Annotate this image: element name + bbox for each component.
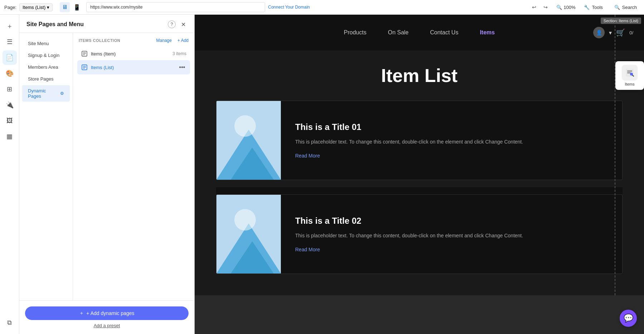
sidebar-icons: ＋ ☰ 📄 🎨 ⊞ 🔌 🖼 ▦ ⧉: [0, 15, 19, 334]
sidebar-menu-icon[interactable]: ☰: [3, 35, 17, 49]
item-title-1: This is a Title 01: [295, 122, 608, 132]
url-bar: Connect Your Domain: [86, 2, 525, 12]
add-preset-link[interactable]: Add a preset: [94, 323, 120, 328]
svg-rect-16: [627, 72, 631, 73]
tools-icon: 🔧: [584, 5, 590, 10]
nav-item-store-pages[interactable]: Store Pages: [22, 73, 70, 84]
section-collection-label: ITEMS COLLECTION: [79, 38, 120, 43]
items-widget[interactable]: Items: [615, 61, 644, 90]
sidebar-media-icon[interactable]: 🖼: [3, 113, 17, 128]
sidebar-add-icon[interactable]: ＋: [3, 19, 17, 33]
zoom-control[interactable]: 🔍 100%: [556, 5, 575, 10]
read-more-link-2[interactable]: Read More: [295, 247, 320, 252]
nav-item-members-area[interactable]: Members Area: [22, 62, 70, 73]
item-description-2: This is placeholder text. To change this…: [295, 232, 608, 239]
nav-item-signup-login[interactable]: Signup & Login: [22, 50, 70, 61]
item-card-2: This is a Title 02 This is placeholder t…: [216, 194, 623, 274]
site-navigation: Products On Sale Contact Us Items 👤 ▾ 🛒 …: [195, 15, 644, 50]
main-layout: ＋ ☰ 📄 🎨 ⊞ 🔌 🖼 ▦ ⧉ Site Pages and Menu ? …: [0, 15, 644, 334]
cart-count: 0/: [629, 30, 633, 35]
sidebar-grid-icon[interactable]: ⊞: [3, 82, 17, 96]
sidebar-plugins-icon[interactable]: 🔌: [3, 98, 17, 112]
avatar[interactable]: 👤: [593, 27, 605, 38]
undo-redo: ↩ ↪: [529, 2, 551, 12]
cart-icon[interactable]: 🛒: [616, 28, 625, 37]
nav-link-contact-us[interactable]: Contact Us: [430, 29, 458, 36]
add-dynamic-pages-button[interactable]: ＋ + Add dynamic pages: [25, 306, 189, 320]
section-badge: Section: Items (List): [601, 18, 641, 24]
site-canvas: Products On Sale Contact Us Items 👤 ▾ 🛒 …: [195, 15, 644, 334]
page-dropdown[interactable]: Items (List) ▾: [19, 3, 53, 11]
search-label: Search: [622, 5, 637, 10]
chevron-down-icon: ▾: [609, 29, 612, 36]
panel-title: Site Pages and Menu: [26, 21, 84, 28]
page-item-name: Items (Item): [91, 51, 170, 57]
add-link[interactable]: + Add: [177, 38, 189, 43]
page-item-more-button[interactable]: •••: [178, 63, 186, 72]
mobile-icon[interactable]: 📱: [72, 2, 82, 12]
nav-right: 👤 ▾ 🛒 0/: [593, 27, 633, 38]
page-item-icon: [81, 64, 88, 71]
device-switcher: 🖥 📱: [60, 2, 82, 12]
sidebar-design-icon[interactable]: 🎨: [3, 66, 17, 81]
items-widget-icon: [622, 65, 638, 81]
site-content: Item List This is a Title 01: [195, 50, 644, 295]
manage-link[interactable]: Manage: [156, 38, 172, 43]
item-description-1: This is placeholder text. To change this…: [295, 138, 608, 146]
top-bar: Page: Items (List) ▾ 🖥 📱 Connect Your Do…: [0, 0, 644, 15]
tools-button[interactable]: 🔧 Tools: [581, 3, 605, 11]
sidebar-widgets-icon[interactable]: ▦: [3, 129, 17, 144]
sidebar-pages-icon[interactable]: 📄: [3, 50, 17, 65]
item-content-2: This is a Title 02 This is placeholder t…: [281, 195, 622, 274]
url-input[interactable]: [86, 2, 265, 12]
desktop-icon[interactable]: 🖥: [60, 2, 70, 12]
panel-right-content: ITEMS COLLECTION Manage + Add: [73, 33, 194, 300]
page-item-name: Items (List): [91, 65, 175, 70]
connect-domain-link[interactable]: Connect Your Domain: [268, 5, 310, 10]
item-content-1: This is a Title 01 This is placeholder t…: [281, 101, 622, 180]
plus-icon: ＋: [79, 310, 84, 316]
separator-1: [216, 187, 623, 194]
panel-help-button[interactable]: ?: [168, 20, 176, 28]
page-title: Item List: [216, 65, 623, 86]
panel-body: Site Menu Signup & Login Members Area St…: [19, 33, 194, 300]
top-bar-right: ↩ ↪ 🔍 100% 🔧 Tools 🔍 Search: [529, 2, 640, 12]
page-list: Items (Item) 3 items: [73, 46, 194, 76]
chevron-down-icon: ▾: [47, 5, 49, 10]
site-pages-panel: Site Pages and Menu ? ✕ Site Menu Signup…: [19, 15, 195, 334]
items-widget-label: Items: [625, 82, 635, 86]
svg-rect-15: [627, 71, 632, 72]
nav-link-items[interactable]: Items: [480, 29, 495, 36]
nav-item-dynamic-pages[interactable]: Dynamic Pages ⚙: [22, 85, 70, 102]
panel-header: Site Pages and Menu ? ✕: [19, 15, 194, 33]
panel-footer: ＋ + Add dynamic pages Add a preset: [19, 300, 194, 334]
add-dynamic-label: + Add dynamic pages: [86, 310, 134, 316]
zoom-value: 100%: [564, 5, 575, 10]
tools-label: Tools: [592, 5, 602, 10]
nav-link-products[interactable]: Products: [344, 29, 366, 36]
panel-section-header: ITEMS COLLECTION Manage + Add: [73, 33, 194, 46]
sidebar-layers-icon[interactable]: ⧉: [3, 315, 17, 330]
read-more-link-1[interactable]: Read More: [295, 153, 320, 159]
search-button[interactable]: 🔍 Search: [611, 3, 640, 11]
panel-close-button[interactable]: ✕: [179, 20, 187, 28]
page-dropdown-value: Items (List): [23, 5, 45, 10]
page-label: Page:: [4, 5, 16, 10]
chat-widget[interactable]: 💬: [620, 310, 637, 327]
item-title-2: This is a Title 02: [295, 216, 608, 226]
panel-left-nav: Site Menu Signup & Login Members Area St…: [19, 33, 73, 300]
page-item-items-item[interactable]: Items (Item) 3 items: [77, 47, 190, 60]
panel-header-actions: ? ✕: [168, 20, 187, 28]
chat-icon: 💬: [624, 314, 633, 323]
item-image-1: [216, 101, 281, 180]
search-icon: 🔍: [614, 5, 620, 10]
undo-button[interactable]: ↩: [529, 2, 539, 12]
page-selector-area: Page: Items (List) ▾: [4, 3, 53, 11]
item-card-1: This is a Title 01 This is placeholder t…: [216, 101, 623, 180]
page-item-items-list[interactable]: Items (List) •••: [77, 60, 190, 74]
nav-link-on-sale[interactable]: On Sale: [388, 29, 409, 36]
page-item-icon: [81, 50, 88, 57]
redo-button[interactable]: ↪: [541, 2, 551, 12]
nav-item-site-menu[interactable]: Site Menu: [22, 38, 70, 49]
zoom-icon: 🔍: [556, 5, 562, 10]
